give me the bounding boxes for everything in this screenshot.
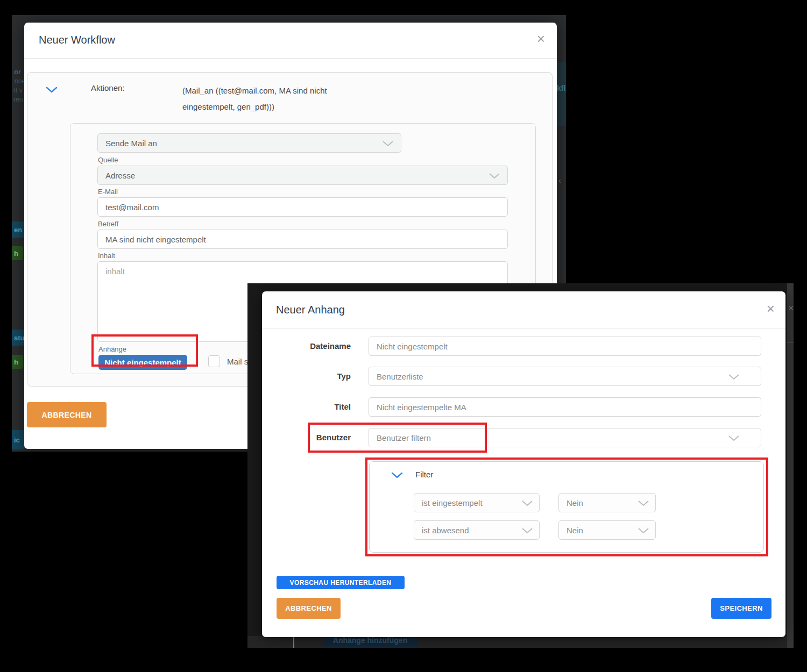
email-field[interactable] [97, 197, 508, 217]
cancel-button[interactable]: ABBRECHEN [277, 598, 341, 619]
preview-download-button[interactable]: VORSCHAU HERUNTERLADEN [277, 576, 405, 589]
bg-text-fragment: ren [13, 96, 23, 103]
dateiname-field[interactable] [369, 337, 761, 356]
modal-title: Neuer Workflow [39, 34, 115, 46]
mail-checkbox[interactable] [208, 355, 220, 367]
save-button[interactable]: SPEICHERN [711, 598, 771, 619]
close-icon[interactable]: × [537, 33, 545, 44]
bg-divider [787, 342, 794, 343]
quelle-dropdown-value: Adresse [97, 166, 508, 185]
typ-label: Typ [292, 371, 351, 381]
cancel-button[interactable]: ABBRECHEN [27, 402, 107, 427]
bg-badge: ic [12, 430, 25, 449]
bg-badge: en [12, 221, 25, 238]
send-mail-dropdown-value: Sende Mail an [97, 133, 401, 153]
dateiname-label: Dateiname [292, 341, 351, 351]
bg-text-fragment: or [14, 68, 21, 76]
chevron-down-icon [489, 173, 500, 179]
attachment-app-region: × Anhänge hinzufügen Neuer Anhang × Date… [247, 283, 794, 648]
chevron-down-icon [728, 374, 740, 380]
divider [262, 328, 785, 328]
back-chevron-icon: ‹ [558, 176, 561, 185]
email-label: E-Mail [98, 188, 118, 196]
attachment-modal: Neuer Anhang × Dateiname Typ Benutzerlis… [262, 291, 785, 637]
inhalt-label: Inhalt [98, 252, 115, 260]
bg-badge: stu [12, 330, 25, 346]
typ-dropdown-value: Benutzerliste [369, 367, 761, 386]
titel-label: Titel [292, 402, 351, 411]
close-icon[interactable]: × [767, 303, 775, 314]
actions-label: Aktionen: [91, 83, 125, 92]
screenshot-canvas: or nne rt v ren en h stu h ic kfl ‹ Neue… [0, 0, 807, 672]
bg-right-strip [787, 283, 794, 648]
chevron-down-icon [382, 140, 394, 147]
highlight-benutzer-filter [308, 423, 487, 453]
bg-badge: h [12, 355, 23, 369]
highlight-filter-box [365, 457, 768, 556]
highlight-attachment-chip [91, 334, 198, 367]
bg-badge: h [12, 246, 23, 260]
bg-close-icon: × [788, 303, 794, 314]
quelle-label: Quelle [98, 156, 118, 164]
chevron-down-icon[interactable] [46, 87, 58, 93]
titel-field[interactable] [369, 397, 761, 417]
bg-right-block [556, 62, 566, 126]
modal-title: Neuer Anhang [276, 304, 345, 316]
actions-expression: (Mail_an ((test@mail.com, MA sind nicht … [182, 83, 355, 115]
betreff-label: Betreff [98, 220, 118, 228]
bg-line [293, 637, 294, 648]
betreff-field[interactable] [97, 230, 508, 249]
divider [24, 58, 557, 59]
bg-text-fragment: rt v [13, 87, 23, 94]
chevron-down-icon [728, 435, 740, 441]
bg-text-fragment: kfl [557, 84, 565, 92]
